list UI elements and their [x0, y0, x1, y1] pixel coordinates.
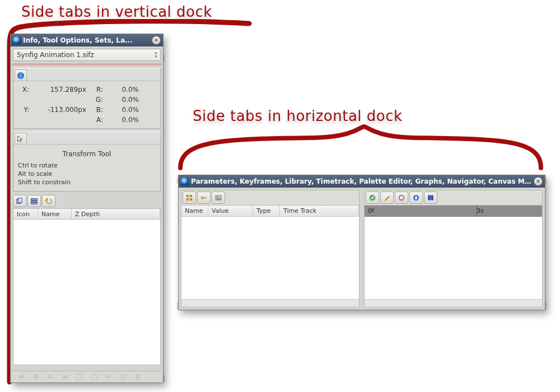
svg-rect-30 [432, 195, 433, 200]
spinner-icon[interactable]: ▴▾ [155, 51, 157, 59]
tt-toolbtn-5[interactable] [424, 192, 437, 204]
file-selector-combo[interactable]: Synfig Animation 1.sifz ▴▾ [13, 49, 161, 61]
svg-rect-15 [124, 377, 126, 379]
svg-rect-14 [121, 377, 123, 379]
horizontal-scrollbar[interactable] [181, 299, 359, 307]
vertical-dock-side-tabs [13, 371, 161, 382]
vertical-dock-titlebar[interactable]: Info, Tool Options, Sets, La... ✕ [11, 34, 163, 46]
check-icon [368, 194, 376, 202]
brush-icon [383, 194, 391, 202]
tab-icon[interactable] [46, 373, 54, 381]
horizontal-scrollbar[interactable] [365, 299, 542, 307]
svg-rect-4 [31, 199, 38, 200]
timetrack-area[interactable] [365, 217, 542, 299]
info-icon: i [17, 72, 25, 80]
info-r-value: 0.0% [105, 86, 139, 94]
col-value[interactable]: Value [208, 206, 253, 216]
svg-rect-9 [62, 375, 68, 379]
highlight-line [12, 63, 162, 66]
svg-rect-5 [31, 200, 38, 202]
svg-point-11 [91, 374, 97, 380]
info-g-label: G: [93, 96, 105, 104]
params-toolbtn-2[interactable] [197, 192, 211, 204]
synfig-app-icon [181, 178, 189, 185]
tab-icon[interactable] [76, 373, 83, 381]
info-y-value: -113.000px [31, 106, 93, 114]
tool-hint: Shift to constrain [18, 178, 156, 186]
layer-undo-button[interactable] [42, 195, 55, 207]
close-icon[interactable]: ✕ [534, 177, 543, 186]
parameters-list[interactable] [181, 217, 359, 299]
info-b-label: B: [93, 106, 105, 114]
tab-icon[interactable] [32, 373, 40, 381]
synfig-app-icon [13, 36, 21, 44]
svg-text:i: i [20, 72, 22, 78]
layer-copy-button[interactable] [13, 195, 26, 207]
cursor-icon [17, 135, 25, 143]
params-toolbtn-3[interactable] [212, 192, 225, 204]
svg-rect-13 [124, 374, 126, 376]
svg-rect-29 [428, 195, 430, 200]
copy-icon [16, 197, 24, 205]
tab-icon[interactable] [17, 373, 25, 381]
tab-icon[interactable] [90, 373, 98, 381]
col-name[interactable]: Name [181, 206, 208, 216]
info-x-label: X: [18, 86, 31, 94]
tab-info[interactable]: i [15, 69, 27, 81]
svg-rect-10 [77, 374, 83, 380]
close-icon[interactable]: ✕ [152, 36, 161, 45]
horizontal-dock-titlebar[interactable]: Parameters, Keyframes, Library, Timetrac… [179, 175, 545, 188]
horizontal-dock: Parameters, Keyframes, Library, Timetrac… [178, 175, 545, 310]
tab-icon[interactable] [105, 373, 113, 381]
horizontal-dock-title: Parameters, Keyframes, Library, Timetrac… [191, 178, 531, 185]
time-tick: 0f [368, 207, 374, 214]
tt-toolbtn-3[interactable] [395, 192, 408, 204]
info-a-label: A: [93, 116, 105, 124]
tab-icon[interactable] [61, 373, 69, 381]
layer-stack-button[interactable] [27, 195, 41, 207]
tab-tool-options[interactable] [15, 133, 27, 144]
info-x-value: 157.289px [31, 86, 93, 94]
parameters-pane: Name Value Type Time Track [181, 190, 360, 307]
film-icon [427, 194, 435, 202]
svg-rect-20 [190, 198, 192, 200]
svg-rect-18 [190, 195, 192, 197]
col-timetrack[interactable]: Time Track [280, 206, 359, 216]
vertical-dock: Info, Tool Options, Sets, La... ✕ Synfig… [10, 34, 164, 383]
key-icon [200, 194, 208, 202]
info-panel: i X: 157.289px R: 0.0% G: 0.0% Y: -113.0… [13, 68, 161, 129]
svg-rect-19 [186, 198, 189, 200]
grid-icon [185, 194, 193, 202]
parameters-column-headers[interactable]: Name Value Type Time Track [181, 206, 359, 217]
layers-column-headers[interactable]: Icon Name Z Depth [13, 208, 161, 220]
col-zdepth[interactable]: Z Depth [72, 209, 160, 219]
circle-icon [398, 194, 405, 202]
file-selector-value: Synfig Animation 1.sifz [17, 51, 94, 59]
col-name[interactable]: Name [38, 209, 72, 219]
svg-rect-16 [136, 374, 140, 380]
layers-toolbar [13, 195, 161, 207]
tool-hint: Ctrl to rotate [18, 161, 156, 170]
stack-icon [30, 197, 38, 205]
col-icon[interactable]: Icon [13, 209, 38, 219]
time-ruler[interactable]: 0f 3s [365, 206, 542, 217]
tab-icon[interactable] [134, 373, 142, 381]
tab-icon[interactable] [119, 373, 127, 381]
col-type[interactable]: Type [253, 206, 280, 216]
compass-icon [412, 194, 420, 202]
annotation-horizontal-label: Side tabs in horizontal dock [193, 108, 403, 124]
svg-point-7 [19, 374, 24, 379]
layers-list[interactable] [13, 220, 161, 365]
undo-icon [45, 197, 53, 205]
svg-rect-12 [121, 374, 123, 376]
tt-toolbtn-2[interactable] [380, 192, 394, 204]
svg-point-26 [399, 195, 404, 200]
tt-toolbtn-1[interactable] [366, 192, 379, 204]
params-toolbtn-1[interactable] [183, 192, 196, 204]
tool-hint: Alt to scale [18, 170, 156, 178]
timetrack-pane: 0f 3s [364, 190, 543, 307]
tt-toolbtn-4[interactable] [409, 192, 423, 204]
info-y-label: Y: [18, 106, 31, 114]
info-a-value: 0.0% [105, 116, 139, 124]
svg-rect-22 [203, 197, 207, 198]
